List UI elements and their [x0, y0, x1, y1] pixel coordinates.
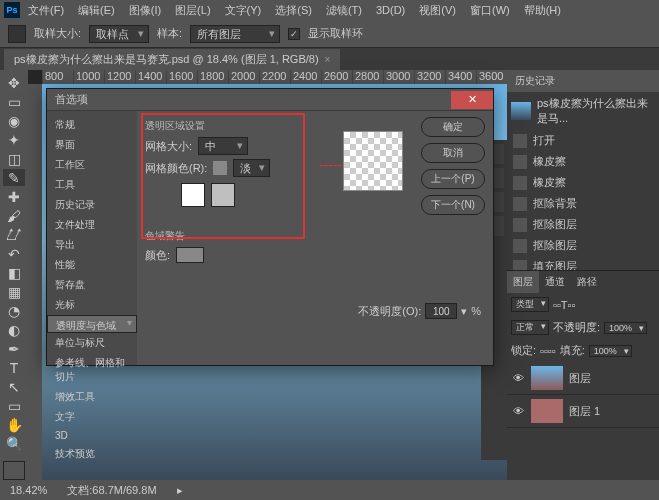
zoom-level[interactable]: 18.42%	[10, 484, 47, 496]
menu-layer[interactable]: 图层(L)	[169, 1, 216, 20]
color-swatch[interactable]	[3, 461, 25, 480]
channels-tab[interactable]: 通道	[539, 271, 571, 293]
right-panels: 历史记录 ps橡皮擦为什么擦出来是马... 打开 橡皮擦 橡皮擦 抠除背景 抠除…	[507, 70, 659, 480]
menu-help[interactable]: 帮助(H)	[518, 1, 567, 20]
prefs-nav-item[interactable]: 暂存盘	[47, 275, 137, 295]
prefs-nav-item-selected[interactable]: 透明度与色域	[47, 315, 137, 333]
history-item[interactable]: 抠除图层	[507, 235, 659, 256]
layer-fill-select[interactable]: 100%	[589, 345, 632, 357]
sample-layers-select[interactable]: 所有图层	[190, 25, 280, 43]
history-doc-thumb	[511, 102, 531, 120]
shape-tool[interactable]: ▭	[3, 398, 25, 415]
text-tool[interactable]: T	[3, 360, 25, 377]
chevron-down-icon[interactable]: ▾	[461, 305, 467, 318]
hand-tool[interactable]: ✋	[3, 417, 25, 434]
history-item[interactable]: 橡皮擦	[507, 151, 659, 172]
blur-tool[interactable]: ◔	[3, 303, 25, 320]
wand-tool[interactable]: ✦	[3, 131, 25, 148]
layer-kind-select[interactable]: 类型	[511, 297, 549, 312]
prefs-content: 透明区域设置 网格大小: 中 网格颜色(R): 淡 - - - - - - ➤ …	[137, 111, 493, 365]
close-icon[interactable]: ✕	[451, 91, 493, 109]
layers-tab[interactable]: 图层	[507, 271, 539, 293]
gamut-opacity-label: 不透明度(O):	[358, 304, 421, 319]
prefs-nav-item[interactable]: 工作区	[47, 155, 137, 175]
prefs-nav-item[interactable]: 文字	[47, 407, 137, 427]
history-brush-tool[interactable]: ↶	[3, 245, 25, 262]
layer-row[interactable]: 👁 图层 1	[507, 395, 659, 428]
annotation-box	[141, 113, 305, 239]
crop-tool[interactable]: ◫	[3, 150, 25, 167]
move-tool[interactable]: ✥	[3, 74, 25, 91]
dodge-tool[interactable]: ◐	[3, 322, 25, 339]
ps-logo: Ps	[4, 2, 20, 18]
menu-filter[interactable]: 滤镜(T)	[320, 1, 368, 20]
pen-tool[interactable]: ✒	[3, 341, 25, 358]
prefs-nav-item[interactable]: 3D	[47, 427, 137, 444]
prefs-nav-item[interactable]: 技术预览	[47, 444, 137, 464]
brush-tool[interactable]: 🖌	[3, 207, 25, 224]
preferences-dialog: 首选项 ✕ 常规 界面 工作区 工具 历史记录 文件处理 导出 性能 暂存盘 光…	[46, 88, 494, 366]
close-tab-icon[interactable]: ×	[325, 54, 331, 65]
gamut-opacity-input[interactable]	[425, 303, 457, 319]
visibility-icon[interactable]: 👁	[511, 371, 525, 385]
stamp-tool[interactable]: ⌰	[3, 226, 25, 243]
history-tab[interactable]: 历史记录	[507, 70, 659, 92]
gradient-tool[interactable]: ▦	[3, 284, 25, 301]
document-tab[interactable]: ps橡皮擦为什么擦出来是马赛克.psd @ 18.4% (图层 1, RGB/8…	[4, 49, 340, 70]
chevron-right-icon[interactable]: ▸	[177, 484, 183, 497]
show-ring-label: 显示取样环	[308, 26, 363, 41]
eyedropper-icon[interactable]	[8, 25, 26, 43]
prefs-nav-item[interactable]: 参考线、网格和切片	[47, 353, 137, 387]
layer-opacity-select[interactable]: 100%	[604, 322, 647, 334]
eyedropper-tool[interactable]: ✎	[3, 169, 25, 186]
options-bar: 取样大小: 取样点 样本: 所有图层 ✓ 显示取样环	[0, 20, 659, 48]
grid-size-select[interactable]: 中	[198, 137, 248, 155]
layer-name: 图层 1	[569, 404, 600, 419]
prefs-nav-item[interactable]: 性能	[47, 255, 137, 275]
history-item[interactable]: 填充图层	[507, 256, 659, 270]
zoom-tool[interactable]: 🔍	[3, 436, 25, 453]
prefs-nav-item[interactable]: 常规	[47, 115, 137, 135]
menu-file[interactable]: 文件(F)	[22, 1, 70, 20]
menu-edit[interactable]: 编辑(E)	[72, 1, 121, 20]
heal-tool[interactable]: ✚	[3, 188, 25, 205]
layer-row[interactable]: 👁 图层	[507, 362, 659, 395]
eraser-tool[interactable]: ◧	[3, 264, 25, 281]
gamut-color-swatch[interactable]	[176, 247, 204, 263]
cancel-button[interactable]: 取消	[421, 143, 485, 163]
prefs-nav-item[interactable]: 文件处理	[47, 215, 137, 235]
prefs-nav-item[interactable]: 光标	[47, 295, 137, 315]
paths-tab[interactable]: 路径	[571, 271, 603, 293]
grid-color-select[interactable]: 淡	[233, 159, 270, 177]
lasso-tool[interactable]: ◉	[3, 112, 25, 129]
prefs-nav-item[interactable]: 历史记录	[47, 195, 137, 215]
layer-name: 图层	[569, 371, 591, 386]
history-item[interactable]: 打开	[507, 130, 659, 151]
menu-image[interactable]: 图像(I)	[123, 1, 167, 20]
prefs-nav-item[interactable]: 界面	[47, 135, 137, 155]
prev-button[interactable]: 上一个(P)	[421, 169, 485, 189]
prefs-nav-item[interactable]: 工具	[47, 175, 137, 195]
path-tool[interactable]: ↖	[3, 379, 25, 396]
sample-size-select[interactable]: 取样点	[89, 25, 149, 43]
show-ring-checkbox[interactable]: ✓	[288, 28, 300, 40]
ruler-vertical	[28, 84, 42, 480]
prefs-nav-item[interactable]: 增效工具	[47, 387, 137, 407]
history-item[interactable]: 抠除图层	[507, 214, 659, 235]
menu-view[interactable]: 视图(V)	[413, 1, 462, 20]
next-button[interactable]: 下一个(N)	[421, 195, 485, 215]
menu-3d[interactable]: 3D(D)	[370, 2, 411, 18]
history-item[interactable]: 橡皮擦	[507, 172, 659, 193]
history-item[interactable]: 抠除背景	[507, 193, 659, 214]
ok-button[interactable]: 确定	[421, 117, 485, 137]
blend-mode-select[interactable]: 正常	[511, 320, 549, 335]
dialog-titlebar[interactable]: 首选项 ✕	[47, 89, 493, 111]
visibility-icon[interactable]: 👁	[511, 404, 525, 418]
menu-type[interactable]: 文字(Y)	[219, 1, 268, 20]
marquee-tool[interactable]: ▭	[3, 93, 25, 110]
menu-select[interactable]: 选择(S)	[269, 1, 318, 20]
sample-label: 样本:	[157, 26, 182, 41]
menu-window[interactable]: 窗口(W)	[464, 1, 516, 20]
prefs-nav-item[interactable]: 单位与标尺	[47, 333, 137, 353]
prefs-nav-item[interactable]: 导出	[47, 235, 137, 255]
